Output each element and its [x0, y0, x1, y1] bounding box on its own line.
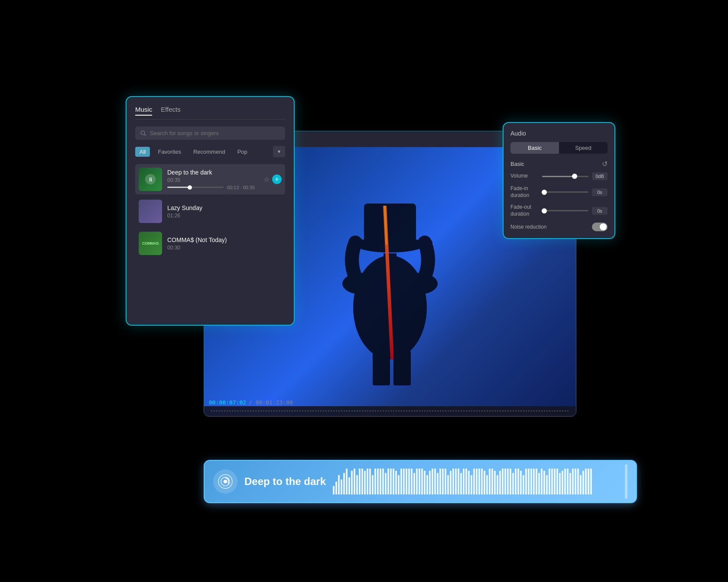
song-item-1[interactable]: ⏸ Deep to the dark 00:35 00:13 · 00:35: [135, 164, 285, 194]
fadein-slider[interactable]: [542, 191, 588, 193]
wave-bar: [445, 469, 446, 495]
reset-icon[interactable]: ↺: [602, 160, 608, 168]
wave-bar: [515, 469, 517, 495]
song-name-2: Lazy Sunday: [167, 204, 282, 211]
volume-label: Volume: [510, 173, 539, 180]
volume-control: Volume 0dB: [510, 172, 608, 180]
now-playing-handle[interactable]: [625, 464, 627, 499]
wave-bar: [335, 482, 337, 495]
search-input[interactable]: [150, 130, 280, 136]
search-bar: [135, 126, 285, 140]
wave-bar: [400, 469, 402, 495]
add-button-1[interactable]: +: [272, 175, 282, 184]
audio-tab-basic[interactable]: Basic: [510, 142, 559, 154]
svg-point-7: [417, 237, 432, 249]
wave-bar: [546, 475, 548, 495]
fadeout-handle: [542, 208, 547, 213]
filter-dropdown[interactable]: ▾: [273, 146, 285, 157]
tab-music[interactable]: Music: [135, 106, 152, 116]
wave-bar: [351, 471, 353, 495]
wave-bar: [333, 486, 335, 495]
wave-bar: [512, 473, 514, 495]
filter-pop[interactable]: Pop: [233, 147, 252, 157]
song-info-3: COMMA$ (Not Today) 00:30: [167, 236, 282, 251]
now-playing-bar: Deep to the dark: [204, 460, 637, 503]
progress-fill-1: [167, 187, 190, 188]
wave-bar: [549, 469, 550, 495]
wave-bar: [471, 475, 472, 495]
tabs-row: Music Effects: [135, 106, 285, 120]
wave-bar: [580, 475, 582, 495]
main-scene: Player: [126, 96, 602, 486]
wave-bar: [341, 479, 342, 495]
music-logo-icon: [218, 474, 233, 489]
section-label: Basic ↺: [510, 160, 608, 168]
song-item-3[interactable]: COMMAS COMMA$ (Not Today) 00:30: [135, 228, 285, 259]
filter-all[interactable]: All: [135, 147, 150, 157]
music-panel: Music Effects All Favorites Recommend Po…: [126, 96, 295, 326]
wave-bar: [525, 469, 527, 495]
wave-bar: [439, 469, 441, 495]
search-icon: [140, 130, 146, 136]
wave-bar: [575, 469, 576, 495]
volume-value: 0dB: [592, 172, 608, 180]
wave-bar: [582, 471, 584, 495]
wave-bar: [460, 473, 462, 495]
volume-slider[interactable]: [542, 176, 588, 177]
figure-silhouette: [321, 178, 459, 385]
wave-bar: [354, 469, 355, 495]
song-item-2[interactable]: Lazy Sunday 01:26: [135, 196, 285, 226]
wave-bar: [356, 475, 358, 495]
progress-bar-1[interactable]: [167, 187, 224, 188]
wave-bar: [520, 471, 522, 495]
wave-bar: [567, 469, 569, 495]
wave-bar: [562, 471, 563, 495]
filter-recommend[interactable]: Recommend: [189, 147, 230, 157]
wave-bar: [494, 471, 496, 495]
song-duration-2: 01:26: [167, 213, 282, 219]
wave-bar: [569, 473, 571, 495]
wave-bar: [424, 471, 426, 495]
svg-point-6: [348, 237, 364, 249]
wave-bar: [538, 473, 540, 495]
svg-line-11: [144, 134, 146, 136]
song-list: ⏸ Deep to the dark 00:35 00:13 · 00:35: [135, 164, 285, 259]
wave-bar: [502, 469, 504, 495]
fadein-label: Fade-in duration: [510, 185, 539, 199]
wave-bar: [385, 473, 387, 495]
wave-bar: [551, 469, 553, 495]
wave-bar: [468, 471, 470, 495]
song-thumb-3: COMMAS: [139, 232, 162, 255]
wave-bar: [369, 469, 371, 495]
wave-bar: [559, 473, 561, 495]
pause-button-1[interactable]: ⏸: [145, 174, 156, 184]
waveform-container: [333, 469, 618, 495]
audio-tabs: Basic Speed: [510, 142, 608, 154]
wave-bar: [536, 469, 537, 495]
wave-bar: [380, 469, 381, 495]
wave-bar: [481, 469, 483, 495]
filter-favorites[interactable]: Favorites: [153, 147, 185, 157]
wave-bar: [497, 475, 498, 495]
noise-reduction-row: Noise reduction: [510, 223, 608, 231]
favorite-icon-1[interactable]: ☆: [263, 175, 270, 184]
fadeout-slider[interactable]: [542, 210, 588, 211]
song-actions-1: ☆ +: [263, 175, 282, 184]
wave-bar: [499, 471, 501, 495]
wave-bar: [564, 469, 566, 495]
wave-bar: [416, 469, 418, 495]
wave-bar: [442, 469, 444, 495]
wave-bar: [398, 475, 400, 495]
now-playing-icon: [213, 469, 237, 494]
song-thumb-1: ⏸: [139, 168, 162, 191]
tab-effects[interactable]: Effects: [161, 106, 181, 116]
chevron-down-icon: ▾: [278, 149, 280, 155]
wave-bar: [465, 469, 467, 495]
fadein-control: Fade-in duration 0s: [510, 185, 608, 199]
audio-tab-speed[interactable]: Speed: [559, 142, 608, 154]
wave-bar: [406, 469, 407, 495]
noise-reduction-toggle[interactable]: [592, 223, 608, 231]
wave-bar: [434, 469, 436, 495]
svg-rect-2: [364, 204, 416, 245]
wave-bar: [577, 469, 579, 495]
